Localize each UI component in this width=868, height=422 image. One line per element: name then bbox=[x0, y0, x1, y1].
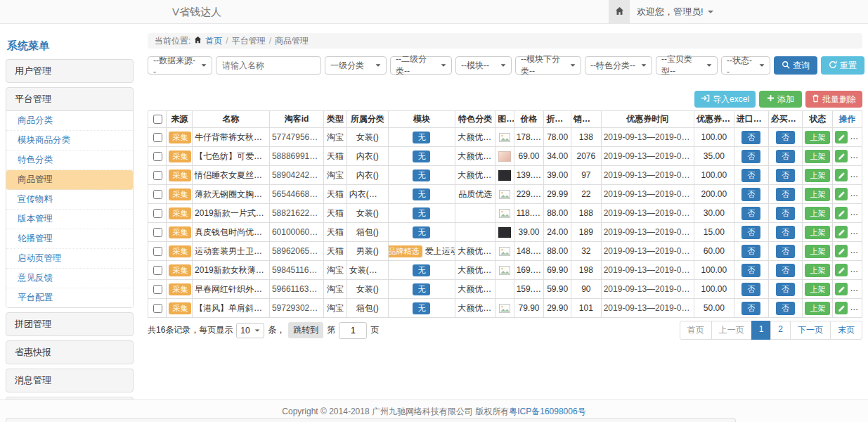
filter-input-name[interactable] bbox=[216, 56, 321, 75]
status-toggle[interactable]: 上架 bbox=[805, 226, 830, 239]
must-buy-toggle[interactable]: 否 bbox=[776, 283, 795, 296]
sidebar-item[interactable]: 商品分类 bbox=[6, 111, 133, 131]
import-select-toggle[interactable]: 否 bbox=[741, 264, 760, 277]
breadcrumb-home-link[interactable]: 首页 bbox=[205, 35, 222, 47]
edit-button[interactable] bbox=[835, 169, 848, 181]
import-select-toggle[interactable]: 否 bbox=[741, 169, 760, 182]
must-buy-toggle[interactable]: 否 bbox=[776, 264, 795, 277]
row-checkbox[interactable] bbox=[153, 247, 162, 256]
module-badge[interactable]: 无 bbox=[413, 207, 430, 219]
search-button[interactable]: 查询 bbox=[774, 56, 817, 75]
must-buy-toggle[interactable]: 否 bbox=[776, 245, 795, 258]
icp-link[interactable]: 粤ICP备16098006号 bbox=[509, 406, 585, 418]
import-select-toggle[interactable]: 否 bbox=[741, 188, 760, 201]
row-checkbox[interactable] bbox=[153, 285, 162, 294]
pager-item[interactable]: 2 bbox=[770, 321, 791, 340]
sidebar-section-header[interactable]: 消息管理 bbox=[6, 369, 133, 392]
source-badge[interactable]: 采集 bbox=[169, 283, 191, 295]
row-checkbox[interactable] bbox=[153, 209, 162, 218]
filter-select-module-sub[interactable]: --模块下分类-- bbox=[515, 56, 581, 75]
source-badge[interactable]: 采集 bbox=[169, 264, 191, 276]
page-size-select[interactable]: 10 bbox=[236, 323, 264, 338]
must-buy-toggle[interactable]: 否 bbox=[776, 188, 795, 201]
status-toggle[interactable]: 上架 bbox=[805, 264, 830, 277]
pager-item[interactable]: 1 bbox=[751, 321, 772, 340]
user-menu[interactable]: 欢迎您，管理员! bbox=[637, 0, 713, 23]
must-buy-toggle[interactable]: 否 bbox=[776, 169, 795, 182]
source-badge[interactable]: 采集 bbox=[169, 188, 191, 200]
filter-select-category-l1[interactable]: 一级分类 bbox=[325, 56, 387, 75]
sidebar-item[interactable]: 特色分类 bbox=[6, 151, 133, 170]
edit-button[interactable] bbox=[835, 264, 848, 276]
must-buy-toggle[interactable]: 否 bbox=[776, 226, 795, 239]
status-toggle[interactable]: 上架 bbox=[805, 188, 830, 201]
must-buy-toggle[interactable]: 否 bbox=[776, 131, 795, 144]
status-toggle[interactable]: 上架 bbox=[805, 245, 830, 258]
import-select-toggle[interactable]: 否 bbox=[741, 131, 760, 144]
row-checkbox[interactable] bbox=[153, 171, 162, 180]
home-button[interactable] bbox=[609, 0, 630, 23]
edit-button[interactable] bbox=[835, 226, 848, 238]
status-toggle[interactable]: 上架 bbox=[805, 207, 830, 220]
import-select-toggle[interactable]: 否 bbox=[741, 302, 760, 315]
module-badge[interactable]: 无 bbox=[413, 132, 430, 143]
row-checkbox[interactable] bbox=[153, 133, 162, 142]
select-all-checkbox[interactable] bbox=[153, 115, 162, 124]
sidebar-section-header[interactable]: 拼团管理 bbox=[6, 313, 133, 335]
sidebar-item[interactable]: 启动页管理 bbox=[6, 249, 133, 269]
module-badge[interactable]: 无 bbox=[413, 302, 430, 314]
pager-item[interactable]: 下一页 bbox=[790, 321, 831, 340]
module-badge[interactable]: 无 bbox=[413, 264, 430, 276]
reset-button[interactable]: 重置 bbox=[821, 56, 864, 75]
pager-item[interactable]: 上一页 bbox=[711, 321, 752, 340]
source-badge[interactable]: 采集 bbox=[169, 302, 191, 314]
source-badge[interactable]: 采集 bbox=[169, 245, 191, 257]
import-select-toggle[interactable]: 否 bbox=[741, 245, 760, 258]
add-button[interactable]: 添加 bbox=[759, 91, 802, 108]
source-badge[interactable]: 采集 bbox=[169, 170, 191, 181]
row-checkbox[interactable] bbox=[153, 228, 162, 237]
edit-button[interactable] bbox=[835, 207, 848, 219]
status-toggle[interactable]: 上架 bbox=[805, 169, 830, 182]
pager-item[interactable]: 末页 bbox=[830, 321, 862, 340]
source-badge[interactable]: 采集 bbox=[169, 207, 191, 219]
module-badge[interactable]: 无 bbox=[413, 188, 430, 200]
must-buy-toggle[interactable]: 否 bbox=[776, 207, 795, 220]
edit-button[interactable] bbox=[835, 131, 848, 143]
bulk-delete-button[interactable]: 批量删除 bbox=[805, 91, 862, 108]
status-toggle[interactable]: 上架 bbox=[805, 131, 830, 144]
status-toggle[interactable]: 上架 bbox=[805, 150, 830, 163]
module-badge[interactable]: 品牌精选 bbox=[388, 245, 422, 257]
jump-button[interactable]: 跳转到 bbox=[288, 322, 323, 338]
pager-item[interactable]: 首页 bbox=[680, 321, 712, 340]
import-excel-button[interactable]: 导入excel bbox=[694, 91, 756, 108]
filter-select-data-source[interactable]: --数据来源-- bbox=[148, 56, 212, 75]
sidebar-item[interactable]: 商品管理 bbox=[6, 170, 133, 190]
jump-page-input[interactable] bbox=[339, 322, 367, 339]
row-checkbox[interactable] bbox=[153, 152, 162, 161]
filter-select-module[interactable]: --模块-- bbox=[455, 56, 512, 75]
row-checkbox[interactable] bbox=[153, 266, 162, 275]
filter-select-category-l2[interactable]: --二级分类-- bbox=[390, 56, 452, 75]
import-select-toggle[interactable]: 否 bbox=[741, 150, 760, 163]
source-badge[interactable]: 采集 bbox=[169, 151, 191, 162]
must-buy-toggle[interactable]: 否 bbox=[776, 150, 795, 163]
status-toggle[interactable]: 上架 bbox=[805, 302, 830, 315]
import-select-toggle[interactable]: 否 bbox=[741, 226, 760, 239]
module-badge[interactable]: 无 bbox=[413, 170, 430, 181]
sidebar-item[interactable]: 意见反馈 bbox=[6, 269, 133, 288]
edit-button[interactable] bbox=[835, 245, 848, 257]
sidebar-item[interactable]: 模块商品分类 bbox=[6, 131, 133, 151]
must-buy-toggle[interactable]: 否 bbox=[776, 302, 795, 315]
edit-button[interactable] bbox=[835, 150, 848, 162]
source-badge[interactable]: 采集 bbox=[169, 226, 191, 238]
sidebar-item[interactable]: 轮播管理 bbox=[6, 229, 133, 249]
filter-select-item-type[interactable]: --宝贝类型-- bbox=[656, 56, 718, 75]
edit-button[interactable] bbox=[835, 188, 848, 200]
module-badge[interactable]: 无 bbox=[413, 226, 430, 238]
import-select-toggle[interactable]: 否 bbox=[741, 207, 760, 220]
filter-select-status[interactable]: --状态-- bbox=[721, 56, 770, 75]
sidebar-section-header[interactable]: 用户管理 bbox=[6, 60, 133, 82]
edit-button[interactable] bbox=[835, 283, 848, 295]
sidebar-section-header[interactable]: 省惠快报 bbox=[6, 341, 133, 364]
